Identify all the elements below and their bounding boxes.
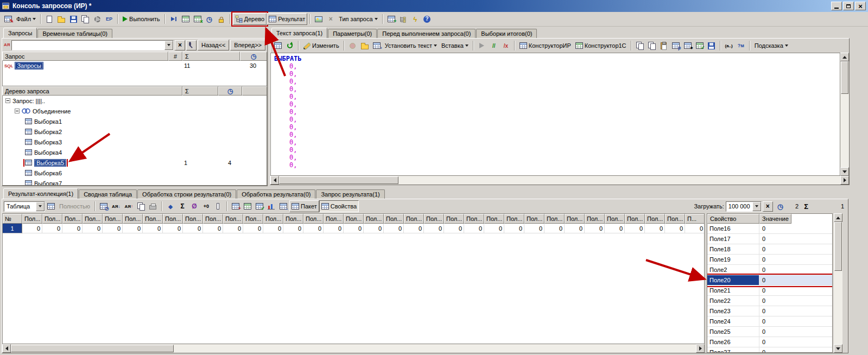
result-cell-19[interactable]: 0: [404, 224, 424, 233]
scroll-up-button[interactable]: [840, 53, 849, 61]
insert-button[interactable]: Вставка: [439, 40, 471, 52]
form-grid-button[interactable]: [272, 40, 284, 52]
copy-text-button[interactable]: [634, 40, 646, 52]
copy-result-button[interactable]: [135, 200, 147, 212]
add-table-button[interactable]: +: [385, 13, 397, 25]
export-result-button[interactable]: →: [277, 200, 289, 212]
result-col-header-0[interactable]: Пол...: [22, 214, 42, 224]
result-cell-6[interactable]: 0: [143, 224, 163, 233]
result-col-header-27[interactable]: Пол...: [565, 214, 585, 224]
result-tab-1[interactable]: Сводная таблица: [79, 189, 137, 199]
constructor-1c-button[interactable]: Конструктор1С: [573, 40, 629, 52]
result-cell-10[interactable]: 0: [223, 224, 243, 233]
sort-asc-button[interactable]: АЯ↓: [110, 200, 123, 212]
result-cell-11[interactable]: 0: [243, 224, 263, 233]
scroll-thumb[interactable]: [11, 345, 174, 352]
tree-sum-col-header[interactable]: Σ: [182, 86, 218, 96]
copy-query-button[interactable]: [79, 13, 91, 25]
result-cell-23[interactable]: 0: [484, 224, 504, 233]
result-cell-0[interactable]: 0: [22, 224, 42, 233]
result-cell-13[interactable]: 0: [283, 224, 303, 233]
result-cell-26[interactable]: 0: [544, 224, 565, 233]
table-combo[interactable]: Таблица: [4, 201, 45, 212]
temp-table-button[interactable]: +: [230, 200, 242, 212]
chart-button[interactable]: [265, 200, 277, 212]
result-col-header-10[interactable]: Пол...: [223, 214, 243, 224]
settings-button[interactable]: [91, 13, 103, 25]
result-col-header-28[interactable]: Пол...: [585, 214, 605, 224]
filter-search-button[interactable]: [186, 40, 197, 50]
combo-dropdown-button[interactable]: [36, 202, 45, 211]
result-col-header-24[interactable]: Пол...: [504, 214, 524, 224]
result-cell-2[interactable]: 0: [62, 224, 83, 233]
tree-item-2[interactable]: Выборка3: [3, 137, 267, 147]
table-timing-button[interactable]: ◷: [98, 200, 110, 212]
result-col-header-3[interactable]: Пол...: [83, 214, 103, 224]
result-tab-4[interactable]: Запрос результата(1): [316, 189, 384, 199]
result-cell-27[interactable]: 0: [565, 224, 585, 233]
property-row-12[interactable]: Поле270: [707, 347, 832, 352]
result-cell-15[interactable]: 0: [324, 224, 344, 233]
file-menu-button[interactable]: Файл: [14, 13, 38, 25]
tree-union-row[interactable]: Объединение: [3, 106, 267, 116]
zero-values-button[interactable]: +0: [200, 200, 212, 212]
result-col-header-25[interactable]: Пол...: [524, 214, 544, 224]
run-fragment-button[interactable]: [476, 40, 488, 52]
open-file-button[interactable]: [55, 13, 67, 25]
properties-vertical-scrollbar[interactable]: [834, 213, 842, 353]
scroll-thumb[interactable]: [279, 176, 398, 184]
result-col-header-12[interactable]: Пол...: [263, 214, 283, 224]
property-col-header[interactable]: Свойство: [707, 214, 759, 224]
query-tab-0[interactable]: Текст запроса(1): [271, 28, 327, 38]
result-tab-3[interactable]: Обработка результата(0): [237, 189, 315, 199]
result-cell-25[interactable]: 0: [524, 224, 544, 233]
combo-dropdown-button[interactable]: [164, 41, 173, 50]
scroll-right-button[interactable]: [840, 176, 849, 185]
hint-button[interactable]: Подсказка: [752, 40, 790, 52]
set-text-button[interactable]: Установить текст: [383, 40, 439, 52]
refresh-button[interactable]: [284, 40, 296, 52]
totals-button[interactable]: Σ: [176, 200, 188, 212]
scroll-down-button[interactable]: [834, 344, 842, 353]
result-col-header-7[interactable]: Пол...: [163, 214, 183, 224]
result-cell-24[interactable]: 0: [504, 224, 524, 233]
result-col-header-17[interactable]: Пол...: [364, 214, 384, 224]
save-fragment-button[interactable]: [706, 40, 718, 52]
num-col-header[interactable]: #: [168, 52, 182, 61]
result-col-header-19[interactable]: Пол...: [404, 214, 424, 224]
property-row-4[interactable]: Поле20: [707, 265, 832, 275]
result-cell-29[interactable]: 0: [605, 224, 625, 233]
tree-item-1[interactable]: Выборка2: [3, 126, 267, 137]
result-cell-8[interactable]: 0: [183, 224, 203, 233]
query-tab-3[interactable]: Выборки итогов(0): [476, 29, 537, 38]
property-row-10[interactable]: Поле250: [707, 327, 832, 337]
clear-button[interactable]: ×: [325, 13, 337, 25]
result-cell-20[interactable]: 0: [424, 224, 444, 233]
tree-button[interactable]: Дерево: [233, 13, 267, 25]
save-button[interactable]: [67, 13, 79, 25]
combo-dropdown-button[interactable]: [752, 202, 761, 211]
result-cell-32[interactable]: 0: [665, 224, 685, 233]
show-request-button[interactable]: [180, 13, 192, 25]
new-folder-button[interactable]: [359, 40, 371, 52]
result-button[interactable]: Результат: [267, 13, 307, 25]
sort-desc-button[interactable]: АЯ↑: [122, 200, 135, 212]
tree-time-col-header[interactable]: ◷: [218, 86, 242, 96]
back-button[interactable]: Назад<<: [198, 40, 229, 50]
find-sample-button[interactable]: (а..): [723, 40, 735, 52]
fill-params-button[interactable]: ✓: [694, 40, 706, 52]
scroll-up-button[interactable]: [834, 213, 842, 222]
form-grid-button[interactable]: [45, 200, 57, 212]
result-col-header-6[interactable]: Пол...: [143, 214, 163, 224]
query-col-header[interactable]: Запрос: [2, 52, 168, 61]
result-col-header-8[interactable]: Пол...: [183, 214, 203, 224]
result-tab-2[interactable]: Обработка строки результата(0): [137, 189, 236, 199]
result-grid-row[interactable]: 10000000000000000000000000000000000: [3, 224, 704, 233]
result-col-header-23[interactable]: Пол...: [484, 214, 504, 224]
result-tab-0[interactable]: Результат-коллекция(1): [3, 188, 78, 199]
select-all-button[interactable]: ⌖: [682, 40, 694, 52]
query-filter-combo[interactable]: [11, 40, 174, 50]
result-cell-21[interactable]: 0: [444, 224, 464, 233]
column-width-button[interactable]: [212, 200, 224, 212]
result-row-number[interactable]: 1: [3, 224, 22, 233]
